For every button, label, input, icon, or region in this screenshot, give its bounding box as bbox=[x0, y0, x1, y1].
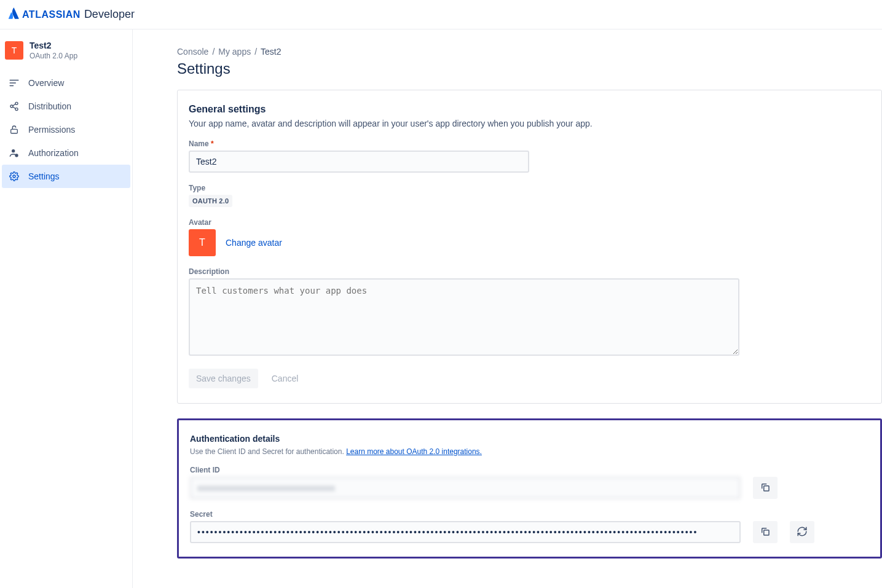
auth-title: Authentication details bbox=[190, 434, 869, 444]
name-label: Name * bbox=[189, 139, 870, 148]
svg-point-11 bbox=[13, 175, 15, 178]
svg-point-5 bbox=[15, 108, 18, 111]
breadcrumb-current: Test2 bbox=[261, 47, 281, 57]
save-button[interactable]: Save changes bbox=[189, 369, 258, 388]
sidebar: T Test2 OAuth 2.0 App Overview Distribut… bbox=[0, 29, 133, 588]
learn-more-link[interactable]: Learn more about OAuth 2.0 integrations. bbox=[346, 447, 482, 456]
breadcrumb-sep: / bbox=[212, 47, 215, 57]
brand-word: ATLASSIAN bbox=[22, 9, 81, 20]
sidebar-item-overview[interactable]: Overview bbox=[0, 71, 132, 95]
auth-details-panel: Authentication details Use the Client ID… bbox=[177, 418, 882, 559]
breadcrumb-myapps[interactable]: My apps bbox=[218, 47, 251, 57]
regenerate-secret-button[interactable] bbox=[790, 521, 814, 543]
svg-point-3 bbox=[15, 102, 18, 104]
app-avatar: T bbox=[5, 41, 23, 60]
type-badge: OAUTH 2.0 bbox=[189, 195, 232, 207]
unlock-icon bbox=[9, 125, 20, 135]
sidebar-item-label: Settings bbox=[28, 171, 60, 181]
brand-sub: Developer bbox=[84, 8, 135, 21]
name-input[interactable] bbox=[189, 151, 529, 173]
client-id-input[interactable] bbox=[190, 477, 741, 499]
sidebar-item-label: Permissions bbox=[28, 125, 75, 135]
overview-icon bbox=[9, 79, 20, 87]
sidebar-item-label: Distribution bbox=[28, 101, 71, 111]
client-id-label: Client ID bbox=[190, 466, 869, 474]
avatar-preview: T bbox=[189, 229, 216, 256]
description-label: Description bbox=[189, 267, 870, 276]
cancel-button[interactable]: Cancel bbox=[264, 369, 306, 388]
svg-point-10 bbox=[15, 154, 18, 157]
svg-line-6 bbox=[13, 104, 16, 106]
change-avatar-button[interactable]: Change avatar bbox=[226, 238, 282, 248]
main-content: Console / My apps / Test2 Settings Gener… bbox=[133, 29, 882, 588]
secret-input[interactable] bbox=[190, 521, 741, 543]
breadcrumb-console[interactable]: Console bbox=[177, 47, 208, 57]
svg-point-9 bbox=[12, 149, 15, 152]
sidebar-item-distribution[interactable]: Distribution bbox=[0, 95, 132, 118]
auth-desc: Use the Client ID and Secret for authent… bbox=[190, 447, 869, 456]
user-check-icon bbox=[9, 148, 20, 158]
general-title: General settings bbox=[189, 104, 870, 115]
svg-line-7 bbox=[13, 107, 16, 109]
description-input[interactable] bbox=[189, 278, 739, 356]
top-header: ATLASSIAN Developer bbox=[0, 0, 882, 29]
sidebar-item-label: Authorization bbox=[28, 148, 79, 158]
breadcrumb-sep: / bbox=[254, 47, 257, 57]
required-indicator: * bbox=[209, 139, 214, 148]
page-title: Settings bbox=[177, 60, 882, 77]
share-icon bbox=[9, 101, 20, 111]
copy-icon bbox=[760, 526, 771, 539]
atlassian-icon bbox=[7, 7, 20, 22]
svg-rect-12 bbox=[764, 485, 769, 490]
app-name: Test2 bbox=[30, 41, 77, 50]
gear-icon bbox=[9, 171, 20, 181]
general-desc: Your app name, avatar and description wi… bbox=[189, 119, 870, 128]
copy-icon bbox=[760, 482, 771, 495]
copy-secret-button[interactable] bbox=[753, 521, 778, 543]
copy-client-id-button[interactable] bbox=[753, 477, 778, 499]
app-header[interactable]: T Test2 OAuth 2.0 App bbox=[0, 41, 132, 71]
brand-logo[interactable]: ATLASSIAN Developer bbox=[7, 7, 135, 22]
app-type: OAuth 2.0 App bbox=[30, 52, 77, 60]
breadcrumb: Console / My apps / Test2 bbox=[177, 47, 882, 57]
general-settings-panel: General settings Your app name, avatar a… bbox=[177, 90, 882, 404]
type-label: Type bbox=[189, 184, 870, 192]
sidebar-item-settings[interactable]: Settings bbox=[2, 165, 130, 188]
avatar-label: Avatar bbox=[189, 218, 870, 227]
refresh-icon bbox=[797, 526, 808, 539]
svg-point-4 bbox=[10, 105, 13, 108]
svg-rect-8 bbox=[11, 129, 18, 133]
sidebar-item-authorization[interactable]: Authorization bbox=[0, 141, 132, 165]
sidebar-item-permissions[interactable]: Permissions bbox=[0, 118, 132, 141]
svg-rect-13 bbox=[764, 530, 769, 535]
sidebar-item-label: Overview bbox=[28, 78, 64, 88]
secret-label: Secret bbox=[190, 510, 869, 519]
